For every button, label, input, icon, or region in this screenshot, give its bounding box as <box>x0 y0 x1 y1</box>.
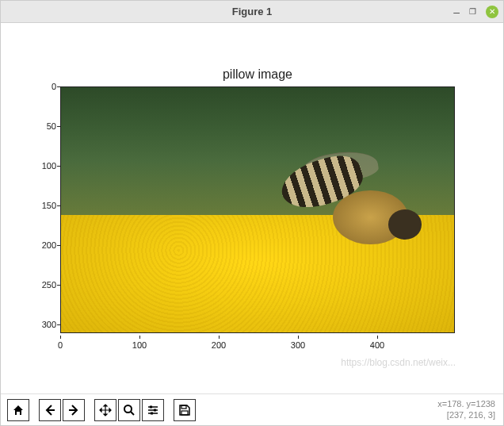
toolbar: x=178. y=1238 [237, 216, 3] <box>1 393 503 425</box>
arrow-right-icon <box>67 404 80 416</box>
coords-xy: x=178. y=1238 <box>437 399 495 409</box>
zoom-button[interactable] <box>118 399 140 421</box>
x-tick-label: 400 <box>370 340 384 350</box>
configure-button[interactable] <box>142 399 164 421</box>
sliders-icon <box>147 404 159 416</box>
y-tick-label: 0 <box>52 82 56 91</box>
coords-pixel: [237, 216, 3] <box>437 410 495 420</box>
minimize-button[interactable]: – <box>453 6 460 18</box>
watermark-text: https://blog.csdn.net/weix... <box>341 357 456 368</box>
x-axis: 0 100 200 300 400 <box>60 336 455 351</box>
figure-canvas[interactable]: pillow image 0 50 100 150 200 250 <box>1 23 503 393</box>
move-icon <box>99 404 112 416</box>
y-tick-label: 200 <box>42 240 56 250</box>
save-icon <box>178 404 191 416</box>
window-title: Figure 1 <box>232 6 273 17</box>
back-button[interactable] <box>39 399 61 421</box>
y-tick-label: 150 <box>42 201 56 210</box>
home-icon <box>12 404 25 416</box>
close-button[interactable]: ✕ <box>486 6 498 18</box>
plot-image-area[interactable] <box>60 86 455 333</box>
y-tick-label: 250 <box>42 280 56 290</box>
x-tick-label: 0 <box>58 340 63 350</box>
y-tick-label: 100 <box>42 161 56 171</box>
svg-rect-2 <box>154 409 156 411</box>
titlebar: Figure 1 – ❐ ✕ <box>1 1 503 23</box>
svg-rect-1 <box>150 405 152 408</box>
x-tick-label: 100 <box>132 340 147 350</box>
home-button[interactable] <box>7 399 29 421</box>
x-tick-label: 200 <box>212 340 226 350</box>
forward-button[interactable] <box>63 399 85 421</box>
y-tick-label: 300 <box>42 320 56 329</box>
svg-rect-3 <box>151 412 153 414</box>
arrow-left-icon <box>44 404 56 416</box>
displayed-image <box>60 86 455 333</box>
y-axis: 0 50 100 150 200 250 300 <box>32 86 56 333</box>
x-tick-label: 300 <box>291 340 305 350</box>
zoom-icon <box>123 404 136 416</box>
y-tick-label: 50 <box>47 121 56 131</box>
svg-point-0 <box>124 405 132 413</box>
maximize-button[interactable]: ❐ <box>469 7 476 16</box>
cursor-coords: x=178. y=1238 [237, 216, 3] <box>437 399 495 420</box>
plot-title: pillow image <box>60 67 455 82</box>
pan-button[interactable] <box>94 399 116 421</box>
save-button[interactable] <box>174 399 196 421</box>
